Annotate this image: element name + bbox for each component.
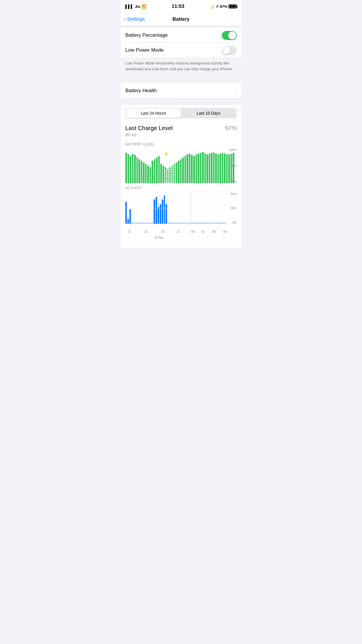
charging-icon: ⚡ [163,151,169,157]
y-label-0m: 0m [232,220,237,224]
activity-bar [178,223,179,224]
activity-bar [127,219,129,224]
activity-bar [138,223,139,224]
activity-bar [176,223,177,224]
activity-bar [216,223,217,224]
battery-bar [171,166,173,183]
x-label-00: 00 [191,230,194,233]
activity-bar [208,223,210,224]
x-label-15: 15 [144,230,148,233]
battery-bar [206,154,208,183]
activity-y-labels: 60m 30m 0m [226,192,237,224]
battery-bar [193,156,195,183]
activity-bars [125,192,237,224]
x-label-date: 26 Apr [154,236,164,239]
activity-bar [192,223,193,224]
activity-bar [210,223,212,224]
battery-percentage-section: Battery Percentage Low Power Mode [121,28,241,57]
activity-bar [204,223,205,224]
activity-bar [196,223,197,224]
page-title: Battery [173,16,190,22]
battery-chart-label: BATTERY LEVEL [125,142,237,146]
x-label-21: 21 [177,230,180,233]
y-label-50: 50% [230,164,237,167]
battery-health-row[interactable]: Battery Health › [121,83,241,98]
battery-y-labels: 100% 50% 0% [226,148,237,183]
segment-10d[interactable]: Last 10 Days [181,108,236,118]
battery-bar [160,164,162,183]
battery-bar [180,159,182,183]
battery-bar [134,155,136,183]
battery-bar [141,161,143,183]
battery-percentage-row: Battery Percentage [121,28,241,43]
battery-bar [211,153,212,183]
activity-bar [200,223,201,224]
battery-percentage-toggle[interactable] [222,31,237,40]
activity-bar [160,204,161,224]
battery-bar [189,154,191,183]
chevron-left-icon: ‹ [124,16,126,22]
battery-bar [224,153,226,183]
battery-bar [173,164,175,183]
battery-health-section: Battery Health › [121,83,241,98]
activity-chart-label: ACTIVITY [125,186,237,190]
activity-bar [152,223,153,224]
status-left: ▌▌▌ Jio 📶 [125,4,146,9]
activity-bar [222,223,224,224]
battery-status-icon [229,4,237,8]
activity-bar [172,223,173,224]
x-label-09: 09 [223,230,227,233]
battery-chart-section: BATTERY LEVEL 100% 50% 0% ⚡ [121,139,241,183]
battery-bar [176,162,178,183]
location-icon: ↗ [215,4,219,9]
battery-bar [152,161,153,183]
battery-bar [215,153,217,183]
battery-bar [178,161,180,183]
battery-percentage-label: Battery Percentage [125,32,168,38]
battery-bar [147,166,149,183]
battery-bar [130,156,131,183]
low-power-mode-row: Low Power Mode [121,43,241,57]
battery-bar [217,154,219,183]
low-power-mode-toggle[interactable] [222,46,237,55]
activity-bar [174,223,175,224]
battery-bar [145,164,147,183]
battery-bar [169,167,171,183]
activity-bar [139,223,141,224]
charge-time: 00:42 [125,132,173,137]
activity-bar [125,202,127,224]
y-label-100: 100% [229,148,237,152]
battery-bar [196,154,197,183]
battery-bar [138,159,140,183]
charge-level-section: Last Charge Level 00:42 97% [121,121,241,139]
activity-bar [162,200,163,224]
activity-bar [214,223,216,224]
battery-bar [222,153,224,183]
divider-line [191,192,191,224]
section-spacer-1 [121,76,241,83]
segment-24h[interactable]: Last 24 Hours [126,108,181,118]
y-label-60m: 60m [231,192,237,195]
activity-bar [186,223,187,224]
y-label-0: 0% [232,180,237,183]
nav-bar: ‹ Settings Battery [121,13,241,26]
battery-bar [202,152,204,183]
battery-bar [182,158,184,183]
battery-pct-label: 97% [220,4,227,9]
grid-line-mid [125,208,226,208]
toggle-thumb [228,32,236,39]
activity-bar [164,195,165,224]
low-power-description-text: Low Power Mode temporarily reduces backg… [125,61,233,71]
battery-bar [143,162,145,183]
activity-bar [133,223,135,224]
battery-bar [213,152,215,183]
segment-control: Last 24 Hours Last 10 Days [125,108,237,118]
activity-bar [154,200,155,224]
back-button[interactable]: ‹ Settings [124,16,145,22]
activity-bar [129,209,131,224]
status-bar: ▌▌▌ Jio 📶 11:03 🌙 ↗ 97% [121,0,241,13]
x-label-18: 18 [161,230,164,233]
activity-bar [182,223,183,224]
battery-bar [136,158,138,183]
battery-bar [156,158,158,183]
